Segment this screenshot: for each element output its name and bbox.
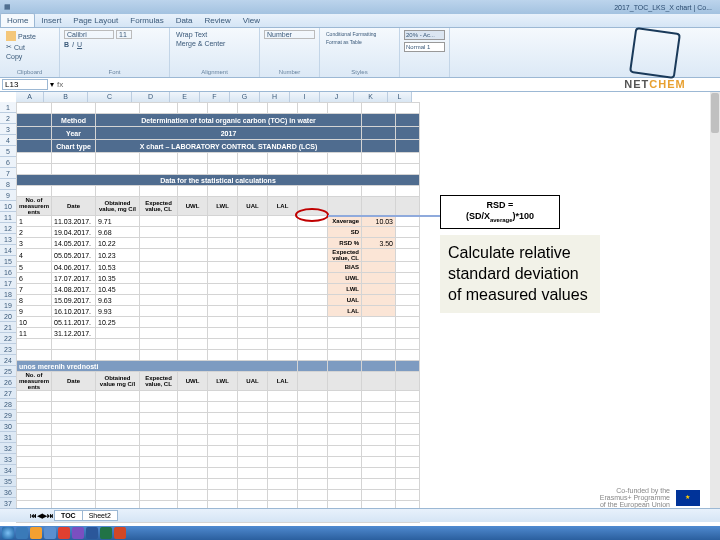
row-header-3[interactable]: 3 (0, 124, 16, 135)
row-header-20[interactable]: 20 (0, 311, 16, 322)
sheet-tab-sheet2[interactable]: Sheet2 (82, 510, 118, 521)
col-header-K[interactable]: K (354, 92, 388, 102)
row-header-12[interactable]: 12 (0, 223, 16, 234)
row-header-5[interactable]: 5 (0, 146, 16, 157)
row-header-16[interactable]: 16 (0, 267, 16, 278)
group-clipboard: Paste ✂Cut Copy Clipboard (0, 28, 60, 77)
row-header-21[interactable]: 21 (0, 322, 16, 333)
taskbar-ie-icon[interactable] (44, 527, 56, 539)
col-header-A[interactable]: A (16, 92, 44, 102)
row-header-28[interactable]: 28 (0, 399, 16, 410)
bold-button[interactable]: B (64, 41, 69, 48)
row-header-7[interactable]: 7 (0, 168, 16, 179)
fx-icon[interactable]: fx (54, 80, 66, 89)
group-font: Calibri 11 B I U Font (60, 28, 170, 77)
row-header-8[interactable]: 8 (0, 179, 16, 190)
styles-label: Styles (324, 69, 395, 75)
alignment-label: Alignment (174, 69, 255, 75)
row-header-19[interactable]: 19 (0, 300, 16, 311)
taskbar-explorer-icon[interactable] (16, 527, 28, 539)
copy-button[interactable]: Copy (4, 52, 55, 61)
row-header-1[interactable]: 1 (0, 102, 16, 113)
tab-insert[interactable]: Insert (35, 14, 67, 27)
row-header-15[interactable]: 15 (0, 256, 16, 267)
row-header-25[interactable]: 25 (0, 366, 16, 377)
taskbar-excel-icon[interactable] (100, 527, 112, 539)
tab-view[interactable]: View (237, 14, 266, 27)
format-table-button[interactable]: Format as Table (324, 38, 395, 46)
netchem-logo: NETCHEM (610, 30, 700, 90)
tab-review[interactable]: Review (199, 14, 237, 27)
col-header-L[interactable]: L (388, 92, 412, 102)
row-header-37[interactable]: 37 (0, 498, 16, 509)
col-header-E[interactable]: E (170, 92, 200, 102)
taskbar-word-icon[interactable] (86, 527, 98, 539)
row-header-14[interactable]: 14 (0, 245, 16, 256)
col-header-B[interactable]: B (44, 92, 88, 102)
col-header-H[interactable]: H (260, 92, 290, 102)
row-header-6[interactable]: 6 (0, 157, 16, 168)
name-box[interactable]: L13 (2, 79, 48, 90)
row-header-11[interactable]: 11 (0, 212, 16, 223)
windows-taskbar (0, 526, 720, 540)
tab-home[interactable]: Home (0, 13, 35, 27)
row-header-17[interactable]: 17 (0, 278, 16, 289)
clipboard-label: Clipboard (4, 69, 55, 75)
row-header-24[interactable]: 24 (0, 355, 16, 366)
start-button[interactable] (2, 527, 14, 539)
row-header-27[interactable]: 27 (0, 388, 16, 399)
font-family-select[interactable]: Calibri (64, 30, 114, 39)
row-header-22[interactable]: 22 (0, 333, 16, 344)
row-header-23[interactable]: 23 (0, 344, 16, 355)
row-header-13[interactable]: 13 (0, 234, 16, 245)
vertical-scrollbar[interactable] (710, 92, 720, 508)
window-titlebar: ▦ 2017_TOC_LKS_X chart | Co... (0, 0, 720, 14)
paste-button[interactable]: Paste (4, 30, 55, 42)
sheet-tab-toc[interactable]: TOC (54, 510, 83, 521)
col-header-C[interactable]: C (88, 92, 132, 102)
sheet-body[interactable]: MethodDetermination of total organic car… (16, 102, 420, 523)
row-header-32[interactable]: 32 (0, 443, 16, 454)
row-header-34[interactable]: 34 (0, 465, 16, 476)
style-normal[interactable]: Normal 1 (404, 42, 445, 52)
font-label: Font (64, 69, 165, 75)
formula-callout: RSD = (SD/Xaverage)*100 (440, 195, 560, 229)
row-header-35[interactable]: 35 (0, 476, 16, 487)
tab-page-layout[interactable]: Page Layout (67, 14, 124, 27)
group-cell-styles: 20% - Ac... Normal 1 (400, 28, 450, 77)
sheet-nav-last-icon[interactable]: ⏭ (47, 512, 54, 519)
italic-button[interactable]: I (72, 41, 74, 48)
wrap-text-button[interactable]: Wrap Text (174, 30, 255, 39)
taskbar-folder-icon[interactable] (30, 527, 42, 539)
tab-data[interactable]: Data (170, 14, 199, 27)
row-header-18[interactable]: 18 (0, 289, 16, 300)
col-header-F[interactable]: F (200, 92, 230, 102)
col-header-I[interactable]: I (290, 92, 320, 102)
taskbar-powerpoint-icon[interactable] (114, 527, 126, 539)
tab-formulas[interactable]: Formulas (124, 14, 169, 27)
cut-button[interactable]: ✂Cut (4, 42, 55, 52)
row-header-29[interactable]: 29 (0, 410, 16, 421)
underline-button[interactable]: U (77, 41, 82, 48)
col-header-J[interactable]: J (320, 92, 354, 102)
taskbar-app-icon[interactable] (58, 527, 70, 539)
number-format-select[interactable]: Number (264, 30, 315, 39)
merge-center-button[interactable]: Merge & Center (174, 39, 255, 48)
row-header-10[interactable]: 10 (0, 201, 16, 212)
font-size-select[interactable]: 11 (116, 30, 132, 39)
row-header-4[interactable]: 4 (0, 135, 16, 146)
col-header-D[interactable]: D (132, 92, 170, 102)
row-header-2[interactable]: 2 (0, 113, 16, 124)
eu-flag-icon (676, 490, 700, 506)
row-header-30[interactable]: 30 (0, 421, 16, 432)
taskbar-viber-icon[interactable] (72, 527, 84, 539)
row-header-9[interactable]: 9 (0, 190, 16, 201)
style-accent[interactable]: 20% - Ac... (404, 30, 445, 40)
row-header-31[interactable]: 31 (0, 432, 16, 443)
row-header-36[interactable]: 36 (0, 487, 16, 498)
row-header-33[interactable]: 33 (0, 454, 16, 465)
row-header-26[interactable]: 26 (0, 377, 16, 388)
col-header-G[interactable]: G (230, 92, 260, 102)
sheet-nav-first-icon[interactable]: ⏮ (30, 512, 37, 519)
conditional-formatting-button[interactable]: Conditional Formatting (324, 30, 395, 38)
